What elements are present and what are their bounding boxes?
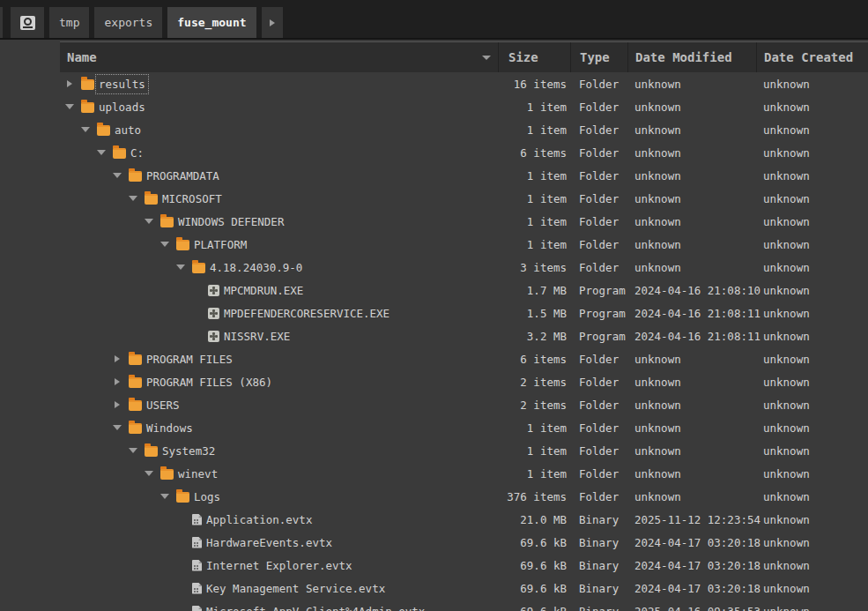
- table-row[interactable]: winevt1 itemFolderunknownunknown: [0, 462, 868, 485]
- collapse-arrow-icon[interactable]: [79, 127, 92, 132]
- table-row[interactable]: 4.18.24030.9-03 itemsFolderunknownunknow…: [0, 256, 868, 279]
- row-label: MICROSOFT: [162, 192, 222, 205]
- name-cell: Microsoft-AppV-Client%4Admin.evtx: [60, 605, 498, 611]
- table-row[interactable]: HardwareEvents.evtx69.6 kBBinary2024-04-…: [0, 531, 868, 554]
- size-cell: 69.6 kB: [498, 582, 570, 595]
- expand-arrow-icon[interactable]: [111, 378, 123, 385]
- row-label: NISSRV.EXE: [224, 330, 290, 343]
- tab-fuse_mount[interactable]: fuse_mount: [167, 7, 256, 38]
- collapse-arrow-icon[interactable]: [174, 265, 187, 270]
- name-cell: NISSRV.EXE: [60, 330, 498, 343]
- tab-exports[interactable]: exports: [94, 7, 162, 38]
- folder-icon: [129, 171, 142, 182]
- size-cell: 1 item: [498, 192, 570, 205]
- type-cell: Program: [570, 307, 627, 320]
- collapse-arrow-icon[interactable]: [143, 471, 155, 476]
- table-row[interactable]: Windows1 itemFolderunknownunknown: [0, 416, 868, 439]
- chevron-right-icon: [270, 19, 275, 26]
- table-row[interactable]: PROGRAM FILES (X86)2 itemsFolderunknownu…: [0, 370, 868, 393]
- table-row[interactable]: MICROSOFT1 itemFolderunknownunknown: [0, 187, 868, 210]
- table-row[interactable]: Application.evtx21.0 MBBinary2025-11-12 …: [0, 508, 868, 531]
- triangle-glyph: [81, 127, 90, 132]
- table-row[interactable]: PROGRAMDATA1 itemFolderunknownunknown: [0, 164, 868, 187]
- row-label: Windows: [146, 421, 193, 435]
- size-cell: 2 items: [498, 376, 570, 389]
- expand-arrow-icon[interactable]: [111, 401, 123, 408]
- name-cell: Key Management Service.evtx: [60, 582, 498, 595]
- table-row[interactable]: USERS2 itemsFolderunknownunknown: [0, 393, 868, 416]
- date-modified-cell: unknown: [627, 169, 756, 183]
- table-row[interactable]: WINDOWS DEFENDER1 itemFolderunknownunkno…: [0, 210, 868, 233]
- binary-icon: [192, 560, 202, 571]
- size-cell: 1 item: [498, 101, 570, 114]
- program-icon: [208, 331, 219, 342]
- row-label: winevt: [178, 467, 218, 481]
- type-cell: Folder: [570, 376, 627, 389]
- name-cell: PROGRAM FILES: [60, 353, 498, 366]
- collapse-arrow-icon[interactable]: [111, 173, 123, 178]
- name-cell: PLATFORM: [60, 238, 498, 251]
- column-header-size[interactable]: Size: [498, 42, 570, 72]
- table-row[interactable]: results16 itemsFolderunknownunknown: [0, 72, 868, 95]
- table-row[interactable]: PLATFORM1 itemFolderunknownunknown: [0, 233, 868, 256]
- table-row[interactable]: MPCMDRUN.EXE1.7 MBProgram2024-04-16 21:0…: [0, 279, 868, 302]
- collapse-arrow-icon[interactable]: [111, 425, 123, 430]
- name-cell: MPDEFENDERCORESERVICE.EXE: [60, 307, 498, 320]
- name-cell: C:: [60, 146, 498, 160]
- table-row[interactable]: Key Management Service.evtx69.6 kBBinary…: [0, 577, 868, 600]
- date-modified-cell: unknown: [627, 467, 756, 481]
- date-modified-cell: unknown: [627, 261, 756, 274]
- date-created-cell: unknown: [756, 353, 868, 366]
- date-modified-cell: 2024-04-17 03:20:18: [627, 536, 756, 549]
- file-browser-window: tmpexportsfuse_mount Name Size Type Date…: [0, 0, 868, 611]
- row-label: WINDOWS DEFENDER: [178, 215, 284, 228]
- folder-icon: [176, 492, 189, 503]
- expand-arrow-icon[interactable]: [63, 80, 76, 87]
- table-row[interactable]: PROGRAM FILES6 itemsFolderunknownunknown: [0, 347, 868, 370]
- collapse-arrow-icon[interactable]: [159, 494, 171, 499]
- collapse-arrow-icon[interactable]: [159, 242, 171, 247]
- date-created-cell: unknown: [756, 513, 868, 526]
- name-cell: PROGRAMDATA: [60, 169, 498, 183]
- row-label: MPDEFENDERCORESERVICE.EXE: [224, 307, 389, 320]
- size-cell: 21.0 MB: [498, 513, 570, 526]
- table-row[interactable]: Logs376 itemsFolderunknownunknown: [0, 485, 868, 508]
- date-modified-cell: unknown: [627, 444, 756, 458]
- table-row[interactable]: MPDEFENDERCORESERVICE.EXE1.5 MBProgram20…: [0, 302, 868, 324]
- tab-partial[interactable]: [0, 7, 3, 38]
- date-created-cell: unknown: [756, 146, 868, 160]
- column-header-date-modified[interactable]: Date Modified: [627, 42, 756, 72]
- size-cell: 6 items: [498, 146, 570, 160]
- type-cell: Folder: [570, 421, 627, 435]
- folder-icon: [81, 102, 94, 113]
- collapse-arrow-icon[interactable]: [127, 196, 139, 201]
- tab-tmp[interactable]: tmp: [49, 7, 89, 38]
- triangle-glyph: [67, 80, 72, 87]
- table-row[interactable]: System321 itemFolderunknownunknown: [0, 439, 868, 462]
- column-header-date-created[interactable]: Date Created: [756, 42, 868, 72]
- type-cell: Folder: [570, 146, 627, 160]
- type-cell: Program: [570, 330, 627, 343]
- collapse-arrow-icon[interactable]: [63, 104, 76, 109]
- table-row[interactable]: Microsoft-AppV-Client%4Admin.evtx69.6 kB…: [0, 600, 868, 611]
- tab-disk-image[interactable]: [11, 7, 44, 38]
- table-row[interactable]: Internet Explorer.evtx69.6 kBBinary2024-…: [0, 554, 868, 577]
- type-cell: Folder: [570, 444, 627, 458]
- column-header-type[interactable]: Type: [570, 42, 627, 72]
- column-header-name[interactable]: Name: [60, 42, 498, 72]
- size-cell: 1 item: [498, 238, 570, 251]
- column-label: Date Created: [764, 50, 853, 64]
- collapse-arrow-icon[interactable]: [95, 150, 108, 155]
- date-modified-cell: 2025-11-12 12:23:54: [627, 513, 756, 526]
- table-row[interactable]: C:6 itemsFolderunknownunknown: [0, 141, 868, 164]
- collapse-arrow-icon[interactable]: [143, 219, 155, 224]
- tab-overflow-button[interactable]: [262, 7, 283, 38]
- table-header: Name Size Type Date Modified Date Create…: [60, 41, 868, 72]
- expand-arrow-icon[interactable]: [111, 355, 123, 362]
- collapse-arrow-icon[interactable]: [127, 448, 139, 453]
- size-cell: 3 items: [498, 261, 570, 274]
- table-row[interactable]: uploads1 itemFolderunknownunknown: [0, 95, 868, 118]
- size-cell: 1.7 MB: [498, 284, 570, 297]
- table-row[interactable]: auto1 itemFolderunknownunknown: [0, 118, 868, 141]
- table-row[interactable]: NISSRV.EXE3.2 MBProgram2024-04-16 21:08:…: [0, 324, 868, 347]
